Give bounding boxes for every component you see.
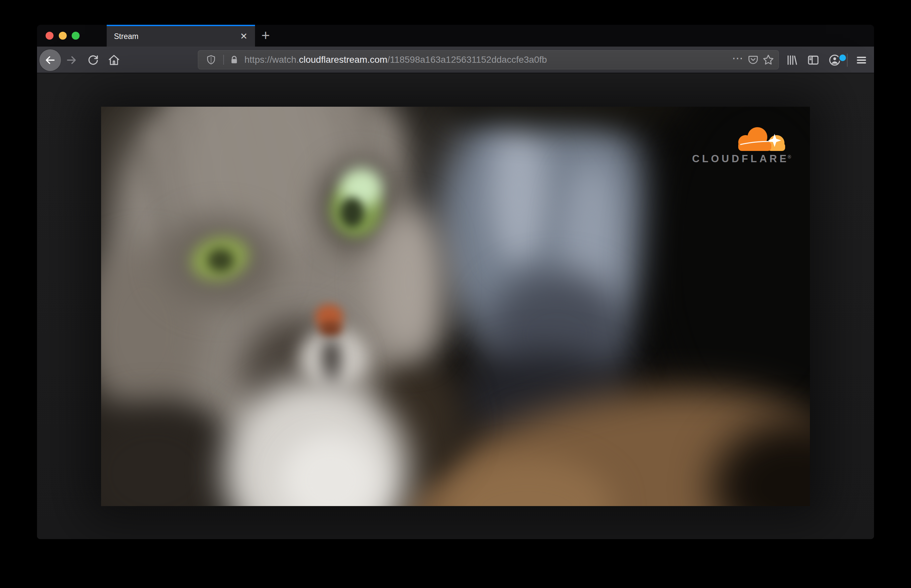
ellipsis-icon: ⋯ [732, 53, 744, 67]
cloudflare-brand-text: CLOUDFLARE [692, 153, 789, 165]
video-player[interactable]: CLOUDFLARE® [101, 107, 810, 506]
scene-blob [207, 249, 234, 272]
page-content: CLOUDFLARE® [37, 74, 874, 539]
video-scene-blurry-cat [101, 107, 810, 506]
page-actions-button[interactable]: ⋯ [730, 52, 746, 67]
macos-zoom-button[interactable] [72, 32, 79, 40]
cloudflare-cloud-icon [736, 125, 788, 151]
hamburger-icon [856, 54, 867, 66]
url-bar[interactable]: https://watch.cloudflarestream.com/11859… [198, 50, 779, 69]
account-notification-dot [838, 53, 847, 62]
scene-blob [341, 197, 363, 227]
titlebar: Stream ✕ + [37, 25, 874, 47]
forward-button[interactable] [63, 52, 79, 68]
toolbar-divider [847, 53, 848, 67]
library-icon [785, 54, 798, 66]
library-button[interactable] [784, 52, 800, 68]
new-tab-button[interactable]: + [258, 27, 273, 43]
scene-blob [372, 206, 444, 358]
registered-mark: ® [788, 154, 791, 160]
lock-icon[interactable] [229, 52, 240, 67]
pocket-button[interactable] [746, 52, 761, 67]
back-icon [44, 53, 57, 67]
scene-blob [319, 321, 342, 336]
reload-button[interactable] [85, 52, 101, 68]
sidebar-icon [807, 54, 819, 66]
tab-close-icon[interactable]: ✕ [237, 30, 250, 43]
home-icon [107, 53, 121, 67]
back-button[interactable] [39, 49, 61, 71]
url-text: https://watch.cloudflarestream.com/11859… [244, 55, 730, 65]
home-button[interactable] [106, 52, 122, 68]
forward-icon [65, 53, 78, 67]
tab-stream[interactable]: Stream ✕ [107, 25, 255, 47]
macos-minimize-button[interactable] [59, 32, 67, 40]
browser-window: Stream ✕ + [37, 25, 874, 539]
bookmark-star-icon[interactable] [761, 52, 776, 67]
menu-button[interactable] [853, 52, 869, 68]
url-domain: cloudflarestream.com [299, 55, 388, 65]
screenshot-stage: Stream ✕ + [0, 0, 911, 588]
url-path: /118598a163a125631152ddaccfe3a0fb [388, 55, 547, 65]
macos-close-button[interactable] [45, 32, 53, 40]
cloudflare-logo: CLOUDFLARE® [682, 125, 791, 164]
reload-icon [87, 54, 99, 66]
scene-blob [491, 120, 547, 265]
cloudflare-wordmark: CLOUDFLARE® [692, 153, 791, 165]
sidebars-button[interactable] [805, 52, 821, 68]
navigation-toolbar: https://watch.cloudflarestream.com/11859… [37, 47, 874, 73]
urlbar-separator [223, 55, 224, 65]
tab-title: Stream [114, 32, 237, 41]
tracking-protection-shield-icon[interactable] [204, 52, 219, 67]
url-prefix: https://watch. [244, 55, 299, 65]
